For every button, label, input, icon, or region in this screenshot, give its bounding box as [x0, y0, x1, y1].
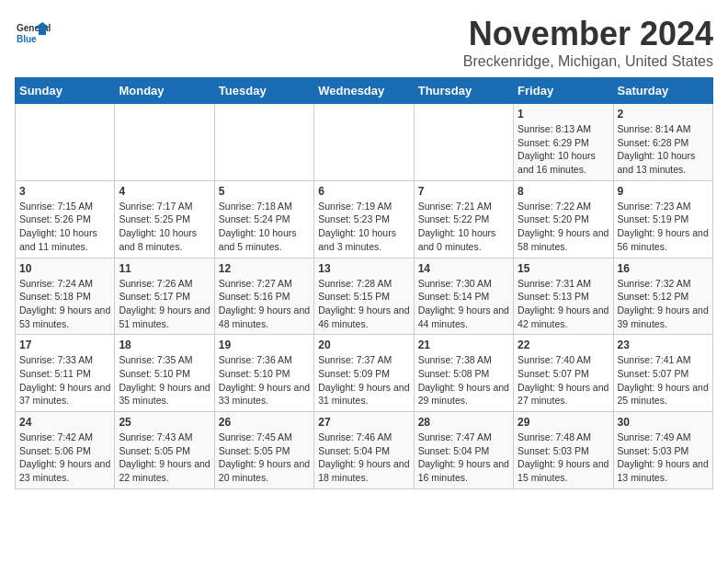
day-cell: 17Sunrise: 7:33 AM Sunset: 5:11 PM Dayli…	[16, 335, 115, 412]
day-info: Sunrise: 7:32 AM Sunset: 5:12 PM Dayligh…	[618, 277, 709, 331]
day-number: 18	[119, 339, 210, 351]
day-info: Sunrise: 8:14 AM Sunset: 6:28 PM Dayligh…	[618, 122, 709, 177]
day-cell: 5Sunrise: 7:18 AM Sunset: 5:24 PM Daylig…	[214, 180, 313, 258]
day-info: Sunrise: 7:35 AM Sunset: 5:10 PM Dayligh…	[119, 353, 210, 408]
day-cell: 3Sunrise: 7:15 AM Sunset: 5:26 PM Daylig…	[16, 180, 115, 258]
day-cell	[214, 104, 313, 181]
calendar: SundayMondayTuesdayWednesdayThursdayFrid…	[15, 77, 713, 489]
day-cell: 11Sunrise: 7:26 AM Sunset: 5:17 PM Dayli…	[115, 258, 214, 335]
day-info: Sunrise: 7:22 AM Sunset: 5:20 PM Dayligh…	[518, 200, 609, 254]
day-info: Sunrise: 7:23 AM Sunset: 5:19 PM Dayligh…	[618, 200, 709, 254]
day-info: Sunrise: 7:36 AM Sunset: 5:10 PM Dayligh…	[219, 353, 310, 408]
day-number: 13	[318, 262, 409, 275]
day-number: 7	[418, 185, 509, 198]
day-number: 6	[318, 185, 409, 198]
day-number: 11	[119, 262, 210, 275]
day-number: 10	[19, 262, 110, 275]
logo: General Blue	[15, 15, 51, 52]
svg-text:Blue: Blue	[17, 34, 37, 44]
day-number: 24	[19, 416, 110, 429]
week-row-4: 17Sunrise: 7:33 AM Sunset: 5:11 PM Dayli…	[16, 335, 713, 412]
day-info: Sunrise: 7:43 AM Sunset: 5:05 PM Dayligh…	[119, 431, 210, 485]
day-number: 1	[518, 108, 609, 121]
day-number: 9	[618, 185, 709, 198]
day-info: Sunrise: 7:21 AM Sunset: 5:22 PM Dayligh…	[418, 200, 509, 254]
day-cell: 28Sunrise: 7:47 AM Sunset: 5:04 PM Dayli…	[414, 412, 513, 489]
weekday-header-friday: Friday	[514, 78, 613, 104]
day-cell: 23Sunrise: 7:41 AM Sunset: 5:07 PM Dayli…	[613, 335, 712, 412]
day-number: 20	[318, 339, 409, 351]
day-info: Sunrise: 7:38 AM Sunset: 5:08 PM Dayligh…	[418, 353, 509, 408]
day-cell: 27Sunrise: 7:46 AM Sunset: 5:04 PM Dayli…	[314, 412, 414, 489]
day-cell: 14Sunrise: 7:30 AM Sunset: 5:14 PM Dayli…	[414, 258, 513, 335]
day-number: 29	[518, 416, 609, 429]
day-number: 25	[119, 416, 210, 429]
day-info: Sunrise: 7:31 AM Sunset: 5:13 PM Dayligh…	[518, 277, 609, 331]
header: General Blue November 2024 Breckenridge,…	[15, 15, 713, 70]
day-cell	[314, 104, 414, 181]
day-info: Sunrise: 7:37 AM Sunset: 5:09 PM Dayligh…	[318, 353, 409, 408]
day-info: Sunrise: 7:42 AM Sunset: 5:06 PM Dayligh…	[19, 431, 110, 485]
day-cell: 18Sunrise: 7:35 AM Sunset: 5:10 PM Dayli…	[115, 335, 214, 412]
weekday-header-sunday: Sunday	[16, 78, 115, 104]
week-row-5: 24Sunrise: 7:42 AM Sunset: 5:06 PM Dayli…	[16, 412, 713, 489]
day-info: Sunrise: 7:48 AM Sunset: 5:03 PM Dayligh…	[518, 431, 609, 485]
day-info: Sunrise: 7:19 AM Sunset: 5:23 PM Dayligh…	[318, 200, 409, 254]
day-number: 4	[119, 185, 210, 198]
day-cell: 2Sunrise: 8:14 AM Sunset: 6:28 PM Daylig…	[613, 104, 712, 181]
day-number: 14	[418, 262, 509, 275]
logo-icon: General Blue	[15, 15, 51, 52]
day-cell: 16Sunrise: 7:32 AM Sunset: 5:12 PM Dayli…	[613, 258, 712, 335]
day-number: 27	[318, 416, 409, 429]
day-info: Sunrise: 7:49 AM Sunset: 5:03 PM Dayligh…	[618, 431, 709, 485]
day-number: 2	[618, 108, 709, 121]
day-cell	[16, 104, 115, 181]
weekday-header-saturday: Saturday	[613, 78, 712, 104]
day-cell: 13Sunrise: 7:28 AM Sunset: 5:15 PM Dayli…	[314, 258, 414, 335]
day-info: Sunrise: 7:41 AM Sunset: 5:07 PM Dayligh…	[618, 353, 709, 408]
location-title: Breckenridge, Michigan, United States	[463, 53, 713, 70]
day-cell: 10Sunrise: 7:24 AM Sunset: 5:18 PM Dayli…	[16, 258, 115, 335]
month-title: November 2024	[463, 15, 713, 53]
weekday-header-monday: Monday	[115, 78, 214, 104]
week-row-2: 3Sunrise: 7:15 AM Sunset: 5:26 PM Daylig…	[16, 180, 713, 258]
day-number: 17	[19, 339, 110, 351]
weekday-header-thursday: Thursday	[414, 78, 513, 104]
weekday-header-row: SundayMondayTuesdayWednesdayThursdayFrid…	[16, 78, 713, 104]
day-number: 22	[518, 339, 609, 351]
day-cell: 8Sunrise: 7:22 AM Sunset: 5:20 PM Daylig…	[514, 180, 613, 258]
week-row-3: 10Sunrise: 7:24 AM Sunset: 5:18 PM Dayli…	[16, 258, 713, 335]
day-cell: 12Sunrise: 7:27 AM Sunset: 5:16 PM Dayli…	[214, 258, 313, 335]
weekday-header-wednesday: Wednesday	[314, 78, 414, 104]
day-info: Sunrise: 7:47 AM Sunset: 5:04 PM Dayligh…	[418, 431, 509, 485]
day-cell: 6Sunrise: 7:19 AM Sunset: 5:23 PM Daylig…	[314, 180, 414, 258]
day-cell: 9Sunrise: 7:23 AM Sunset: 5:19 PM Daylig…	[613, 180, 712, 258]
day-number: 21	[418, 339, 509, 351]
day-info: Sunrise: 7:26 AM Sunset: 5:17 PM Dayligh…	[119, 277, 210, 331]
day-number: 3	[19, 185, 110, 198]
day-info: Sunrise: 7:27 AM Sunset: 5:16 PM Dayligh…	[219, 277, 310, 331]
day-info: Sunrise: 7:46 AM Sunset: 5:04 PM Dayligh…	[318, 431, 409, 485]
day-cell	[115, 104, 214, 181]
day-info: Sunrise: 7:33 AM Sunset: 5:11 PM Dayligh…	[19, 353, 110, 408]
day-info: Sunrise: 7:17 AM Sunset: 5:25 PM Dayligh…	[119, 200, 210, 254]
day-cell: 22Sunrise: 7:40 AM Sunset: 5:07 PM Dayli…	[514, 335, 613, 412]
day-number: 15	[518, 262, 609, 275]
day-cell: 24Sunrise: 7:42 AM Sunset: 5:06 PM Dayli…	[16, 412, 115, 489]
day-info: Sunrise: 7:18 AM Sunset: 5:24 PM Dayligh…	[219, 200, 310, 254]
day-number: 19	[219, 339, 310, 351]
day-cell: 7Sunrise: 7:21 AM Sunset: 5:22 PM Daylig…	[414, 180, 513, 258]
day-info: Sunrise: 8:13 AM Sunset: 6:29 PM Dayligh…	[518, 122, 609, 177]
day-info: Sunrise: 7:40 AM Sunset: 5:07 PM Dayligh…	[518, 353, 609, 408]
day-number: 12	[219, 262, 310, 275]
day-cell	[414, 104, 513, 181]
day-cell: 19Sunrise: 7:36 AM Sunset: 5:10 PM Dayli…	[214, 335, 313, 412]
day-cell: 4Sunrise: 7:17 AM Sunset: 5:25 PM Daylig…	[115, 180, 214, 258]
day-number: 8	[518, 185, 609, 198]
day-number: 23	[618, 339, 709, 351]
week-row-1: 1Sunrise: 8:13 AM Sunset: 6:29 PM Daylig…	[16, 104, 713, 181]
day-cell: 1Sunrise: 8:13 AM Sunset: 6:29 PM Daylig…	[514, 104, 613, 181]
day-number: 26	[219, 416, 310, 429]
day-cell: 21Sunrise: 7:38 AM Sunset: 5:08 PM Dayli…	[414, 335, 513, 412]
day-info: Sunrise: 7:30 AM Sunset: 5:14 PM Dayligh…	[418, 277, 509, 331]
